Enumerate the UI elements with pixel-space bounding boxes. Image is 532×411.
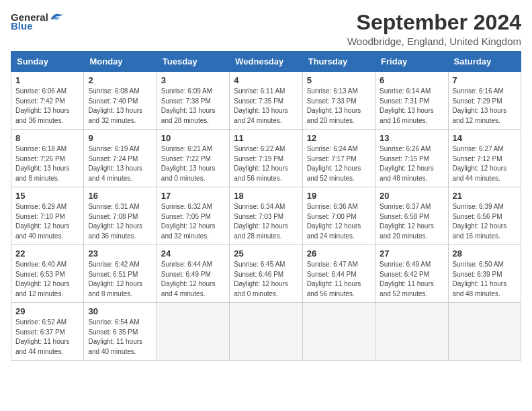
calendar-table: SundayMondayTuesdayWednesdayThursdayFrid… — [11, 51, 521, 361]
calendar-cell: 2Sunrise: 6:08 AM Sunset: 7:40 PM Daylig… — [84, 72, 157, 130]
day-info: Sunrise: 6:19 AM Sunset: 7:24 PM Dayligh… — [88, 144, 152, 183]
calendar-week-row: 8Sunrise: 6:18 AM Sunset: 7:26 PM Daylig… — [11, 130, 521, 187]
day-number: 22 — [15, 248, 79, 259]
calendar-cell: 13Sunrise: 6:26 AM Sunset: 7:15 PM Dayli… — [375, 130, 448, 187]
calendar-cell: 22Sunrise: 6:40 AM Sunset: 6:53 PM Dayli… — [11, 245, 84, 303]
day-info: Sunrise: 6:47 AM Sunset: 6:44 PM Dayligh… — [307, 260, 371, 299]
calendar-cell — [230, 303, 302, 361]
calendar-cell: 11Sunrise: 6:22 AM Sunset: 7:19 PM Dayli… — [230, 130, 302, 187]
calendar-week-row: 29Sunrise: 6:52 AM Sunset: 6:37 PM Dayli… — [11, 303, 521, 361]
calendar-cell: 26Sunrise: 6:47 AM Sunset: 6:44 PM Dayli… — [302, 245, 375, 303]
calendar-cell: 18Sunrise: 6:34 AM Sunset: 7:03 PM Dayli… — [230, 187, 302, 245]
day-number: 4 — [234, 75, 298, 85]
calendar-cell: 17Sunrise: 6:32 AM Sunset: 7:05 PM Dayli… — [157, 187, 229, 245]
calendar-cell: 21Sunrise: 6:39 AM Sunset: 6:56 PM Dayli… — [448, 187, 521, 245]
day-info: Sunrise: 6:14 AM Sunset: 7:31 PM Dayligh… — [380, 87, 443, 126]
day-info: Sunrise: 6:36 AM Sunset: 7:00 PM Dayligh… — [307, 202, 371, 241]
day-number: 11 — [234, 133, 298, 143]
day-info: Sunrise: 6:16 AM Sunset: 7:29 PM Dayligh… — [453, 87, 517, 126]
day-info: Sunrise: 6:11 AM Sunset: 7:35 PM Dayligh… — [234, 87, 298, 126]
calendar-week-row: 22Sunrise: 6:40 AM Sunset: 6:53 PM Dayli… — [11, 245, 521, 303]
calendar-week-row: 1Sunrise: 6:06 AM Sunset: 7:42 PM Daylig… — [11, 72, 521, 130]
day-number: 6 — [380, 75, 443, 85]
calendar-cell: 28Sunrise: 6:50 AM Sunset: 6:39 PM Dayli… — [448, 245, 521, 303]
calendar-cell: 3Sunrise: 6:09 AM Sunset: 7:38 PM Daylig… — [157, 72, 229, 130]
page-header: General Blue September 2024 Woodbridge, … — [11, 11, 521, 47]
calendar-cell — [448, 303, 521, 361]
day-number: 29 — [15, 306, 79, 316]
day-info: Sunrise: 6:26 AM Sunset: 7:15 PM Dayligh… — [380, 144, 443, 183]
day-info: Sunrise: 6:45 AM Sunset: 6:46 PM Dayligh… — [234, 260, 298, 299]
weekday-header-saturday: Saturday — [448, 52, 521, 72]
day-info: Sunrise: 6:52 AM Sunset: 6:37 PM Dayligh… — [15, 318, 79, 357]
calendar-cell: 14Sunrise: 6:27 AM Sunset: 7:12 PM Dayli… — [448, 130, 521, 187]
day-number: 18 — [234, 191, 298, 201]
day-number: 23 — [88, 248, 152, 259]
day-number: 8 — [15, 133, 79, 143]
day-info: Sunrise: 6:29 AM Sunset: 7:10 PM Dayligh… — [15, 202, 79, 241]
day-number: 13 — [380, 133, 443, 143]
title-block: September 2024 Woodbridge, England, Unit… — [347, 11, 521, 47]
calendar-cell — [302, 303, 375, 361]
day-info: Sunrise: 6:13 AM Sunset: 7:33 PM Dayligh… — [307, 87, 371, 126]
weekday-header-monday: Monday — [84, 52, 157, 72]
day-number: 12 — [307, 133, 371, 143]
day-number: 27 — [380, 248, 443, 259]
day-info: Sunrise: 6:24 AM Sunset: 7:17 PM Dayligh… — [307, 144, 371, 183]
day-info: Sunrise: 6:50 AM Sunset: 6:39 PM Dayligh… — [453, 260, 517, 299]
day-info: Sunrise: 6:54 AM Sunset: 6:35 PM Dayligh… — [88, 318, 152, 357]
calendar-cell: 8Sunrise: 6:18 AM Sunset: 7:26 PM Daylig… — [11, 130, 84, 187]
day-number: 10 — [161, 133, 225, 143]
day-info: Sunrise: 6:21 AM Sunset: 7:22 PM Dayligh… — [161, 144, 225, 183]
weekday-header-sunday: Sunday — [11, 52, 84, 72]
day-number: 9 — [88, 133, 152, 143]
day-number: 17 — [161, 191, 225, 201]
day-number: 2 — [88, 75, 152, 85]
calendar-cell — [157, 303, 229, 361]
day-number: 1 — [15, 75, 79, 85]
day-number: 24 — [161, 248, 225, 259]
day-number: 7 — [453, 75, 517, 85]
day-info: Sunrise: 6:49 AM Sunset: 6:42 PM Dayligh… — [380, 260, 443, 299]
day-info: Sunrise: 6:40 AM Sunset: 6:53 PM Dayligh… — [15, 260, 79, 299]
day-number: 15 — [15, 191, 79, 201]
weekday-header-row: SundayMondayTuesdayWednesdayThursdayFrid… — [11, 52, 521, 72]
logo-bird-icon — [48, 11, 64, 23]
day-number: 14 — [453, 133, 517, 143]
calendar-cell — [375, 303, 448, 361]
calendar-cell: 7Sunrise: 6:16 AM Sunset: 7:29 PM Daylig… — [448, 72, 521, 130]
weekday-header-thursday: Thursday — [302, 52, 375, 72]
calendar-cell: 30Sunrise: 6:54 AM Sunset: 6:35 PM Dayli… — [84, 303, 157, 361]
day-info: Sunrise: 6:32 AM Sunset: 7:05 PM Dayligh… — [161, 202, 225, 241]
calendar-cell: 12Sunrise: 6:24 AM Sunset: 7:17 PM Dayli… — [302, 130, 375, 187]
calendar-cell: 23Sunrise: 6:42 AM Sunset: 6:51 PM Dayli… — [84, 245, 157, 303]
weekday-header-tuesday: Tuesday — [157, 52, 229, 72]
calendar-cell: 25Sunrise: 6:45 AM Sunset: 6:46 PM Dayli… — [230, 245, 302, 303]
day-number: 5 — [307, 75, 371, 85]
month-title: September 2024 — [347, 11, 521, 34]
day-number: 20 — [380, 191, 443, 201]
day-number: 25 — [234, 248, 298, 259]
day-info: Sunrise: 6:31 AM Sunset: 7:08 PM Dayligh… — [88, 202, 152, 241]
logo: General Blue — [11, 11, 64, 32]
calendar-cell: 27Sunrise: 6:49 AM Sunset: 6:42 PM Dayli… — [375, 245, 448, 303]
day-info: Sunrise: 6:18 AM Sunset: 7:26 PM Dayligh… — [15, 144, 79, 183]
day-info: Sunrise: 6:37 AM Sunset: 6:58 PM Dayligh… — [380, 202, 443, 241]
day-info: Sunrise: 6:44 AM Sunset: 6:49 PM Dayligh… — [161, 260, 225, 299]
calendar-cell: 24Sunrise: 6:44 AM Sunset: 6:49 PM Dayli… — [157, 245, 229, 303]
calendar-cell: 9Sunrise: 6:19 AM Sunset: 7:24 PM Daylig… — [84, 130, 157, 187]
location: Woodbridge, England, United Kingdom — [347, 36, 521, 47]
calendar-cell: 5Sunrise: 6:13 AM Sunset: 7:33 PM Daylig… — [302, 72, 375, 130]
day-info: Sunrise: 6:39 AM Sunset: 6:56 PM Dayligh… — [453, 202, 517, 241]
calendar-cell: 19Sunrise: 6:36 AM Sunset: 7:00 PM Dayli… — [302, 187, 375, 245]
day-number: 19 — [307, 191, 371, 201]
day-info: Sunrise: 6:42 AM Sunset: 6:51 PM Dayligh… — [88, 260, 152, 299]
day-number: 21 — [453, 191, 517, 201]
calendar-cell: 29Sunrise: 6:52 AM Sunset: 6:37 PM Dayli… — [11, 303, 84, 361]
calendar-cell: 16Sunrise: 6:31 AM Sunset: 7:08 PM Dayli… — [84, 187, 157, 245]
day-number: 28 — [453, 248, 517, 259]
day-number: 3 — [161, 75, 225, 85]
day-info: Sunrise: 6:22 AM Sunset: 7:19 PM Dayligh… — [234, 144, 298, 183]
calendar-cell: 4Sunrise: 6:11 AM Sunset: 7:35 PM Daylig… — [230, 72, 302, 130]
day-info: Sunrise: 6:09 AM Sunset: 7:38 PM Dayligh… — [161, 87, 225, 126]
